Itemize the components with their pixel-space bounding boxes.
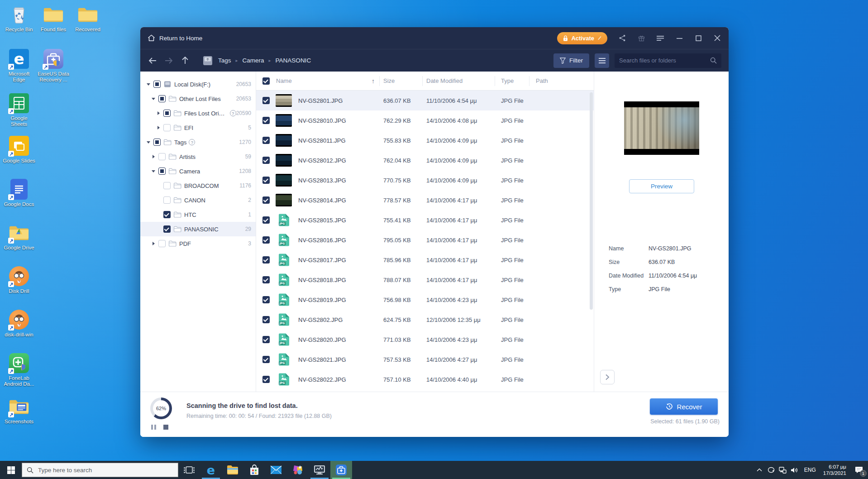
file-row-nv-gs2802-jpg[interactable]: JPGNV-GS2802.JPG624.75 KB12/10/2006 12:3… [256,310,594,330]
tray-volume-icon[interactable] [789,461,801,479]
tree-checkbox-checked[interactable] [163,225,171,233]
desktop-icon-google-sheets[interactable]: Google Sheets [2,92,36,127]
row-checkbox[interactable] [262,296,270,303]
tree-checkbox-partial[interactable] [163,110,171,117]
help-icon[interactable]: ? [230,110,236,116]
file-row-nv-gs28012-jpg[interactable]: NV-GS28012.JPG762.04 KB14/10/2006 4:09 μ… [256,150,594,170]
tree-item-htc[interactable]: HTC1 [140,207,256,222]
desktop-icon-google-slides[interactable]: Google Slides [2,135,36,164]
sort-ascending-icon[interactable]: ↑ [372,77,375,85]
file-row-nv-gs28022-jpg[interactable]: JPGNV-GS28022.JPG757.10 KB14/10/2006 4:4… [256,369,594,389]
tree-item-artists[interactable]: Artists59 [140,149,256,164]
tree-item-local-disk-f[interactable]: Local Disk(F:)20653 [140,77,256,91]
twisty-open-icon[interactable] [146,139,151,145]
row-checkbox[interactable] [262,216,270,224]
tray-chevron-up-icon[interactable] [754,461,765,479]
gift-icon[interactable] [637,34,645,42]
column-header-date-modified[interactable]: Date Modified [423,76,495,86]
column-header-size[interactable]: Size [380,76,423,86]
desktop-icon-fonelab-android-da[interactable]: FoneLab Android Da... [2,352,36,387]
row-checkbox[interactable] [262,236,270,244]
twisty-closed-icon[interactable] [151,241,156,246]
row-checkbox[interactable] [262,276,270,283]
file-row-nv-gs28019-jpg[interactable]: JPGNV-GS28019.JPG756.98 KB14/10/2006 4:2… [256,290,594,310]
desktop-icon-microsoft-edge[interactable]: eMicrosoft Edge [2,48,36,83]
recover-button[interactable]: Recover [650,398,718,415]
row-checkbox[interactable] [262,117,270,124]
desktop-icon-disk-drill[interactable]: Disk Drill [2,265,36,294]
taskbar-easeus-icon[interactable] [330,461,352,479]
pause-scan-button[interactable] [151,425,156,430]
twisty-open-icon[interactable] [146,81,151,87]
column-header-type[interactable]: Type [495,76,529,86]
row-checkbox[interactable] [262,356,270,363]
tree-checkbox-partial[interactable] [153,81,161,88]
tree-item-files-lost-origin[interactable]: Files Lost Origin...?20590 [140,106,256,120]
file-row-nv-gs28010-jpg[interactable]: NV-GS28010.JPG762.29 KB14/10/2006 4:08 μ… [256,110,594,130]
tree-item-tags[interactable]: Tags?1270 [140,135,256,149]
tray-clock[interactable]: 6:07 μμ 17/3/2021 [820,464,850,476]
file-row-nv-gs28020-jpg[interactable]: JPGNV-GS28020.JPG771.03 KB14/10/2006 4:2… [256,330,594,350]
help-icon[interactable]: ? [189,139,195,145]
tree-checkbox-unchecked[interactable] [163,182,171,189]
tree-checkbox-unchecked[interactable] [158,240,166,247]
next-file-button[interactable] [600,370,615,384]
breadcrumb-item-panasonic[interactable]: PANASONIC [276,57,311,64]
row-checkbox[interactable] [262,157,270,164]
file-row-nv-gs28018-jpg[interactable]: JPGNV-GS28018.JPG788.07 KB14/10/2006 4:1… [256,270,594,290]
tree-checkbox-partial[interactable] [158,168,166,175]
taskbar-mail-icon[interactable] [265,461,287,479]
row-checkbox[interactable] [262,137,270,144]
tree-checkbox-checked[interactable] [163,211,171,218]
start-button[interactable] [0,461,22,479]
row-checkbox[interactable] [262,177,270,184]
row-checkbox[interactable] [262,97,270,104]
list-scrollbar[interactable] [590,92,593,310]
taskbar-search-input[interactable] [38,467,173,474]
desktop-icon-found-files[interactable]: Found files [36,4,71,33]
twisty-closed-icon[interactable] [156,125,161,130]
column-header-path[interactable]: Path [529,76,594,86]
tray-network-icon[interactable] [777,461,789,479]
file-search-input[interactable] [619,57,710,64]
taskbar-file-explorer-icon[interactable] [222,461,243,479]
return-to-home-button[interactable]: Return to Home [148,34,202,42]
desktop-icon-easeus-data-recovery[interactable]: EaseUS Data Recovery ... [36,48,71,83]
desktop-icon-disk-drill-win[interactable]: disk-drill-win [2,309,36,338]
file-row-nv-gs28014-jpg[interactable]: NV-GS28014.JPG778.57 KB14/10/2006 4:17 μ… [256,190,594,210]
taskbar-monitor-app-icon[interactable] [309,461,330,479]
stop-scan-button[interactable] [163,425,168,430]
tree-checkbox-unchecked[interactable] [163,196,171,204]
tree-item-camera[interactable]: Camera1208 [140,164,256,178]
select-all-checkbox[interactable] [262,77,270,85]
file-row-nv-gs28021-jpg[interactable]: JPGNV-GS28021.JPG757.53 KB14/10/2006 4:2… [256,350,594,369]
task-view-button[interactable] [178,461,200,479]
forward-button[interactable] [164,56,174,66]
tree-item-pdf[interactable]: PDF3 [140,236,256,251]
desktop-icon-screenshots[interactable]: Screenshots [2,396,36,425]
file-row-nv-gs28015-jpg[interactable]: JPGNV-GS28015.JPG755.41 KB14/10/2006 4:1… [256,210,594,230]
desktop-icon-google-docs[interactable]: Google Docs [2,178,36,207]
tree-checkbox-partial[interactable] [153,139,161,146]
up-button[interactable] [180,56,190,66]
maximize-button[interactable] [694,34,702,42]
filter-button[interactable]: Filter [553,53,589,68]
row-checkbox[interactable] [262,376,270,383]
row-checkbox[interactable] [262,256,270,263]
menu-icon[interactable] [656,34,664,42]
tree-item-panasonic[interactable]: PANASONIC29 [140,222,256,236]
view-mode-button[interactable] [595,53,609,68]
desktop-icon-recovered[interactable]: Recovered [71,4,105,33]
breadcrumb-item-camera[interactable]: Camera [243,57,264,64]
preview-button[interactable]: Preview [629,179,694,193]
tree-item-other-lost-files[interactable]: Other Lost Files20653 [140,91,256,106]
activate-button[interactable]: Activate [557,32,607,44]
desktop-icon-google-drive[interactable]: Google Drive [2,222,36,251]
row-checkbox[interactable] [262,196,270,204]
back-button[interactable] [148,56,157,66]
file-row-nv-gs2801-jpg[interactable]: NV-GS2801.JPG636.07 KB11/10/2006 4:54 μμ… [256,91,594,110]
file-row-nv-gs28016-jpg[interactable]: JPGNV-GS28016.JPG795.05 KB14/10/2006 4:1… [256,230,594,250]
twisty-closed-icon[interactable] [156,110,161,116]
row-checkbox[interactable] [262,316,270,323]
tree-item-efi[interactable]: EFI5 [140,120,256,135]
